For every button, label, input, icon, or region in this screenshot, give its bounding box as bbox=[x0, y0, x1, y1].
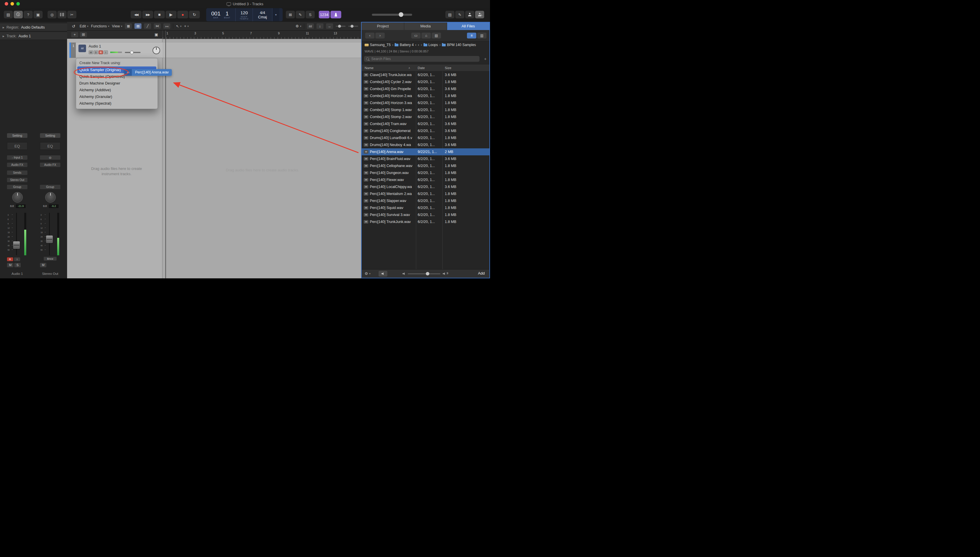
tab-project[interactable]: Project bbox=[362, 23, 404, 30]
solo-button[interactable]: S bbox=[14, 263, 21, 267]
inspector-button[interactable]: ⓘ bbox=[14, 11, 23, 18]
file-row[interactable]: ılılPerc[140] TrunkJunk.wav6/2/20, 1...1… bbox=[362, 218, 489, 225]
rewind-button[interactable]: ◀◀ bbox=[131, 11, 142, 18]
computer-button[interactable]: ▭ bbox=[411, 33, 421, 39]
track-input-monitor-button[interactable]: I bbox=[103, 50, 108, 54]
track-zones-button[interactable]: ▤ bbox=[134, 23, 142, 29]
track-name[interactable]: Audio 1 bbox=[89, 44, 101, 48]
horizontal-zoom-button[interactable]: ↔ bbox=[326, 23, 333, 29]
lcd-tempo[interactable]: 120 KEEP TEMPO bbox=[236, 8, 253, 21]
command-tool-menu[interactable]: +▾ bbox=[184, 24, 189, 28]
stop-button[interactable]: ■ bbox=[154, 11, 165, 18]
file-row[interactable]: ılılDrums[140] Neuboy 4.wa6/2/20, 1...3.… bbox=[362, 142, 489, 148]
back-button[interactable]: ‹ bbox=[365, 33, 374, 39]
volume-fader[interactable]: 369121824304050 bbox=[7, 212, 28, 256]
waveform-zoom-button[interactable]: ılıl bbox=[307, 23, 314, 29]
volume-fader[interactable]: 369121824304050 bbox=[40, 212, 60, 256]
lcd-chevron-icon[interactable]: ▾ bbox=[273, 8, 279, 21]
file-row[interactable]: ılılDrums[140] Conglomerat6/2/20, 1...3.… bbox=[362, 127, 489, 134]
column-date[interactable]: Date bbox=[418, 64, 425, 72]
quick-help-button[interactable]: ? bbox=[24, 11, 33, 18]
lcd-signature[interactable]: 4/4 Cmaj bbox=[253, 8, 273, 21]
mixer-button[interactable] bbox=[57, 11, 67, 18]
input-monitor-button[interactable]: I bbox=[14, 257, 20, 261]
pan-value[interactable]: 0.0 bbox=[42, 204, 48, 208]
note-pads-button[interactable]: ✎ bbox=[455, 11, 464, 18]
list-editors-button[interactable]: ▤ bbox=[445, 11, 454, 18]
file-row[interactable]: ılılCombo[140] Horizon 2.wa6/2/20, 1...1… bbox=[362, 93, 489, 99]
pan-value[interactable]: 0.0 bbox=[9, 204, 15, 208]
playhead[interactable] bbox=[165, 31, 166, 278]
toolbar-button[interactable]: ▣ bbox=[34, 11, 42, 18]
lcd-display[interactable]: 001 BAR 1 BEAT 120 KEEP TEMPO 4/4 Cmaj ▾ bbox=[206, 8, 283, 21]
drag-ghost[interactable]: ılıl Perc[140] Arena.wav bbox=[124, 69, 172, 76]
file-row[interactable]: ılılPerc[140] Cellophane.wav6/2/20, 1...… bbox=[362, 162, 489, 169]
vertical-zoom-slider[interactable] bbox=[336, 26, 346, 27]
functions-menu[interactable]: Functions▾ bbox=[91, 24, 109, 28]
track-pan-knob[interactable] bbox=[152, 47, 160, 54]
channel-eq-display[interactable]: EQ bbox=[7, 142, 28, 150]
audio-fx-slot[interactable]: Audio FX bbox=[7, 163, 28, 167]
sends-slot[interactable]: Sends bbox=[7, 171, 28, 175]
volumes-button[interactable]: ▤ bbox=[432, 33, 441, 39]
group-slot[interactable]: Group bbox=[7, 185, 28, 189]
file-row[interactable]: ılılCombo[140] Horizon 3.wa6/2/20, 1...1… bbox=[362, 99, 489, 106]
column-size[interactable]: Size bbox=[445, 64, 451, 72]
track-lane-audio1[interactable] bbox=[162, 42, 361, 58]
fader-cap[interactable] bbox=[46, 236, 53, 243]
lcd-position[interactable]: 001 BAR 1 BEAT bbox=[206, 8, 236, 21]
column-view-button[interactable]: ▥ bbox=[477, 33, 487, 39]
file-row[interactable]: ılılCombo[140] Stomp 2.wav6/2/20, 1...1.… bbox=[362, 113, 489, 121]
bar-ruler[interactable]: 135791113 bbox=[162, 31, 361, 39]
flex-button[interactable]: ⋈ bbox=[154, 23, 161, 29]
library-button[interactable]: ▤ bbox=[4, 11, 13, 18]
add-plus-icon[interactable]: + bbox=[484, 57, 487, 61]
breadcrumb-item[interactable]: Battery 4 bbox=[395, 43, 413, 47]
search-input[interactable] bbox=[371, 57, 477, 61]
snap-button[interactable]: »« bbox=[163, 23, 170, 29]
tab-all-files[interactable]: All Files bbox=[447, 23, 489, 30]
cycle-button[interactable]: ↻ bbox=[189, 11, 200, 18]
file-row[interactable]: ılılCombo[140] Gm Propelle6/2/20, 1...3.… bbox=[362, 85, 489, 93]
track-volume-slider[interactable] bbox=[125, 52, 140, 53]
add-button[interactable]: Add bbox=[478, 271, 485, 275]
track-settings-menu[interactable]: ⚙▾ bbox=[296, 24, 301, 28]
file-row[interactable]: ılılPerc[140] Survival 3.wav6/2/20, 1...… bbox=[362, 211, 489, 218]
stereo-format-slot[interactable]: ◎ bbox=[40, 155, 60, 160]
track-waveform-icon[interactable]: ılıl bbox=[78, 45, 86, 52]
forward-button[interactable]: › bbox=[376, 33, 385, 39]
preview-play-button[interactable] bbox=[379, 271, 387, 277]
file-row[interactable]: ılılClave[140] TrunkJuice.wa6/2/20, 1...… bbox=[362, 72, 489, 78]
file-row[interactable]: ılılPerc[140] Flexer.wav6/2/20, 1...1.8 … bbox=[362, 176, 489, 183]
file-row[interactable]: ılılPerc[140] Dungeon.wav6/2/20, 1...1.8… bbox=[362, 169, 489, 176]
view-menu[interactable]: View▾ bbox=[112, 24, 122, 28]
menu-item[interactable]: Alchemy (Spectral) bbox=[76, 100, 157, 107]
channel-eq-display[interactable]: EQ bbox=[40, 142, 60, 150]
channel-setting-button[interactable]: Setting bbox=[40, 133, 60, 138]
file-row[interactable]: ılılPerc[140] LocalChippy.wa6/2/20, 1...… bbox=[362, 183, 489, 191]
pan-knob[interactable] bbox=[12, 192, 23, 203]
file-row[interactable]: ılılPerc[140] Arena.wav9/22/21, 1...2 MB bbox=[362, 148, 489, 155]
file-row[interactable]: ılılPerc[140] Mentalism 2.wa6/2/20, 1...… bbox=[362, 191, 489, 197]
volume-value[interactable]: -6.2 bbox=[49, 204, 59, 208]
edit-menu[interactable]: Edit▾ bbox=[80, 24, 88, 28]
breadcrumb-item[interactable]: BPM 140 Samples bbox=[442, 43, 476, 47]
breadcrumb-overflow[interactable]: ‹ › bbox=[415, 43, 419, 47]
solo-mode-button[interactable]: S bbox=[305, 11, 315, 18]
crossfade-button[interactable]: ╱ bbox=[144, 23, 151, 29]
record-enable-button[interactable]: R bbox=[7, 257, 13, 261]
group-slot[interactable]: Group bbox=[40, 185, 60, 189]
vertical-zoom-button[interactable]: ↕ bbox=[317, 23, 323, 29]
master-volume-slider[interactable] bbox=[372, 14, 412, 16]
file-row[interactable]: ılılCombo[140] Cycler 2.wav6/2/20, 1...1… bbox=[362, 78, 489, 85]
mute-button[interactable]: M bbox=[7, 263, 13, 267]
file-row[interactable]: ılılCombo[140] Tram.wav6/2/20, 1...3.6 M… bbox=[362, 121, 489, 127]
single-user-button[interactable] bbox=[465, 11, 474, 18]
mute-button[interactable]: M bbox=[40, 263, 46, 267]
file-row[interactable]: ılılCombo[140] Stomp 1.wav6/2/20, 1...1.… bbox=[362, 106, 489, 113]
home-button[interactable]: ⌂ bbox=[421, 33, 431, 39]
bounce-button[interactable]: Bnce bbox=[44, 257, 57, 261]
preview-volume-slider[interactable] bbox=[408, 274, 440, 274]
play-button[interactable]: ▶ bbox=[166, 11, 176, 18]
add-track-button[interactable]: + bbox=[71, 32, 78, 37]
